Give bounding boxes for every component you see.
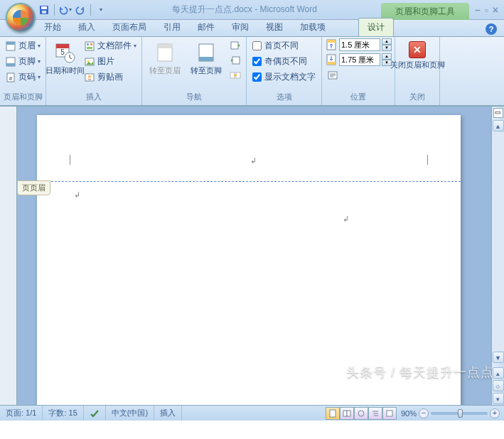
svg-rect-1: [41, 6, 47, 9]
ribbon-group-headerfooter: 页眉▾ 页脚▾ #页码▾ 页眉和页脚: [0, 37, 46, 105]
status-language[interactable]: 中文(中国): [106, 406, 154, 421]
svg-rect-26: [232, 57, 240, 64]
svg-text:5: 5: [60, 48, 65, 56]
nav-prev-button[interactable]: [227, 38, 243, 53]
close-headerfooter-button[interactable]: ✕ 关闭页眉和页脚: [398, 38, 436, 72]
close-button[interactable]: ×: [493, 4, 498, 16]
footer-from-bottom-spinner[interactable]: ▲▼: [325, 53, 392, 66]
diff-oddeven-checkbox[interactable]: 奇偶页不同: [250, 54, 318, 69]
status-wordcount[interactable]: 字数: 15: [43, 406, 83, 421]
undo-icon[interactable]: ▾: [58, 3, 72, 17]
help-icon[interactable]: ?: [486, 23, 497, 35]
diff-first-checkbox[interactable]: 首页不同: [250, 38, 318, 53]
header-region[interactable]: ↲ 页页眉: [37, 165, 461, 182]
scroll-up-icon[interactable]: ▲: [493, 120, 504, 131]
document-viewport[interactable]: ↲ 页页眉 ↲ ↲: [17, 107, 491, 405]
minimize-button[interactable]: –: [475, 4, 481, 16]
tab-view[interactable]: 视图: [257, 18, 291, 36]
quickparts-button[interactable]: 文档部件▾: [82, 38, 139, 53]
ribbon-group-insert: 5 日期和时间 文档部件▾ 图片 剪贴画 插入: [46, 37, 142, 105]
goto-header-button[interactable]: 转至页眉: [145, 38, 185, 78]
spin-up[interactable]: ▲: [382, 53, 392, 60]
spin-up[interactable]: ▲: [382, 38, 392, 45]
nav-next-button[interactable]: [227, 53, 243, 67]
ribbon-group-close: ✕ 关闭页眉和页脚 关闭: [395, 37, 440, 105]
svg-rect-15: [90, 43, 92, 45]
view-outline-icon[interactable]: [368, 407, 382, 420]
ribbon-group-options: 首页不同 奇偶页不同 显示文档文字 选项: [247, 37, 322, 105]
svg-rect-16: [87, 47, 92, 49]
restore-button[interactable]: ▫: [485, 4, 488, 16]
zoom-in-button[interactable]: +: [490, 408, 500, 418]
qat-customize-icon[interactable]: ▾: [94, 3, 108, 17]
quick-access-toolbar: ▾ ▾: [37, 3, 108, 17]
tab-pagelayout[interactable]: 页面布局: [104, 18, 155, 36]
redo-icon[interactable]: [73, 3, 87, 17]
save-icon[interactable]: [37, 3, 51, 17]
scroll-track[interactable]: [493, 132, 504, 351]
browse-object-icon[interactable]: ○: [493, 380, 504, 391]
ruler-toggle-icon[interactable]: ▭: [493, 108, 503, 118]
group-label: 导航: [145, 90, 243, 104]
zoom-slider[interactable]: [431, 412, 488, 415]
paragraph-mark-icon: ↲: [250, 156, 257, 166]
header-top-input[interactable]: [339, 38, 380, 51]
footer-bottom-input[interactable]: [339, 53, 380, 66]
picture-button[interactable]: 图片: [82, 54, 139, 69]
browse-next-icon[interactable]: ▾: [493, 393, 504, 404]
zoom-level[interactable]: 90%: [401, 409, 417, 418]
status-bar: 页面: 1/1 字数: 15 中文(中国) 插入 90% − +: [0, 405, 504, 421]
status-proofing-icon[interactable]: [84, 406, 106, 421]
view-buttons: [326, 407, 397, 420]
tab-mailings[interactable]: 邮件: [189, 18, 223, 36]
insert-alignment-tab-button[interactable]: [325, 68, 392, 82]
show-doctext-checkbox[interactable]: 显示文档文字: [250, 70, 318, 85]
pagenumber-button[interactable]: #页码▾: [3, 70, 43, 85]
ribbon: 页眉▾ 页脚▾ #页码▾ 页眉和页脚 5 日期和时间 文档部件▾ 图片 剪贴画 …: [0, 37, 504, 107]
office-button[interactable]: [6, 3, 36, 33]
tab-home[interactable]: 开始: [36, 18, 70, 36]
group-label: 位置: [325, 90, 392, 104]
tab-review[interactable]: 审阅: [223, 18, 257, 36]
svg-rect-24: [199, 57, 213, 61]
browse-prev-icon[interactable]: ▴: [493, 367, 504, 379]
svg-rect-36: [347, 411, 350, 416]
goto-footer-button[interactable]: 转至页脚: [186, 38, 226, 78]
spin-down[interactable]: ▼: [382, 45, 392, 51]
svg-rect-13: [85, 42, 94, 50]
status-insertmode[interactable]: 插入: [154, 406, 182, 421]
svg-rect-4: [6, 42, 15, 45]
clipart-button[interactable]: 剪贴画: [82, 70, 139, 85]
header-button[interactable]: 页眉▾: [3, 38, 43, 53]
group-label: 插入: [49, 90, 139, 104]
scroll-down-icon[interactable]: ▼: [493, 352, 504, 363]
svg-rect-32: [327, 62, 336, 65]
ribbon-group-navigation: 转至页眉 转至页脚 导航: [142, 37, 247, 105]
tab-design[interactable]: 设计: [358, 18, 394, 36]
document-area: ↲ 页页眉 ↲ ↲ ▭ ▲ ▼ ▴ ○ ▾ 头条号 / 每天提升一点点: [0, 107, 504, 405]
svg-rect-25: [231, 42, 238, 49]
vertical-ruler[interactable]: [0, 107, 17, 405]
link-previous-button[interactable]: [227, 68, 243, 82]
page[interactable]: ↲ 页页眉 ↲ ↲: [37, 115, 461, 405]
window-controls: – ▫ ×: [475, 4, 498, 16]
status-page[interactable]: 页面: 1/1: [0, 406, 43, 421]
tab-addins[interactable]: 加载项: [291, 18, 334, 36]
tab-references[interactable]: 引用: [155, 18, 189, 36]
header-from-top-spinner[interactable]: ▲▼: [325, 38, 392, 51]
footer-button[interactable]: 页脚▾: [3, 54, 43, 69]
svg-text:#: #: [9, 75, 13, 82]
zoom-control: 90% − +: [397, 408, 504, 418]
tab-insert[interactable]: 插入: [70, 18, 104, 36]
svg-rect-22: [158, 44, 172, 48]
zoom-out-button[interactable]: −: [419, 408, 429, 418]
svg-rect-6: [6, 63, 15, 66]
view-draft-icon[interactable]: [382, 407, 397, 420]
view-printlayout-icon[interactable]: [326, 407, 340, 420]
vertical-scrollbar[interactable]: ▭ ▲ ▼ ▴ ○ ▾: [491, 107, 504, 405]
view-fullscreen-icon[interactable]: [340, 407, 354, 420]
paragraph-mark-icon: ↲: [343, 215, 349, 224]
view-web-icon[interactable]: [354, 407, 368, 420]
datetime-button[interactable]: 5 日期和时间: [49, 38, 80, 78]
svg-rect-2: [42, 11, 46, 13]
